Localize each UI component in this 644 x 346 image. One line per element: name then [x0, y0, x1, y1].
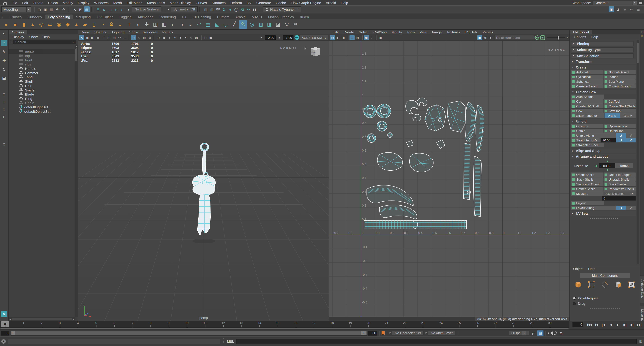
outliner-item-defaultlightset[interactable]: defaultLightSet	[9, 105, 75, 109]
fps-selector[interactable]: 30 fps▼	[508, 330, 529, 335]
gather-shells-button[interactable]: Gather Shells	[571, 187, 603, 191]
select-tool-icon[interactable]: ↖	[1, 31, 8, 38]
paint-effects-icon[interactable]: ✏	[246, 7, 251, 12]
undo-icon[interactable]: ↶	[55, 7, 60, 12]
value-field[interactable]: 30.00	[601, 138, 616, 142]
snap-to-projected-center-icon[interactable]: ◇	[113, 7, 119, 12]
chevron-down-icon[interactable]: ▼	[72, 41, 74, 43]
poly-prism-icon[interactable]: ▰	[81, 20, 90, 29]
go-to-end-button[interactable]: ▶▶|	[636, 321, 642, 328]
open-scene-icon[interactable]: ▣	[42, 7, 48, 12]
edge-mode-icon[interactable]	[601, 281, 608, 289]
poly-pyramid-icon[interactable]: ▴	[72, 20, 81, 29]
outliner-persp-layout-icon[interactable]: ◧	[1, 114, 8, 119]
boolean-intersect-icon[interactable]: ◒	[186, 20, 195, 29]
toolbar-overflow-icon[interactable]: »	[567, 36, 568, 39]
safe-title-icon[interactable]: ◡	[122, 35, 128, 40]
section-uv-sets[interactable]: ▶UV Sets	[570, 211, 636, 216]
viewport-menu-lighting[interactable]: Lighting	[110, 30, 127, 34]
toolbar-grip[interactable]	[163, 7, 165, 12]
toolbar-grip[interactable]	[92, 7, 94, 12]
outliner-item-skull[interactable]: Skull	[9, 79, 75, 84]
menu-help[interactable]: Help	[338, 1, 350, 5]
insert-edge-loop-icon[interactable]: ▥	[256, 20, 265, 29]
planar-button[interactable]: Planar	[604, 75, 636, 79]
shelf-tab-motion-graphics[interactable]: Motion Graphics	[265, 15, 297, 19]
script-editor-icon[interactable]: ▦	[638, 339, 643, 343]
outliner-search-input[interactable]: Search... ▼	[13, 40, 76, 44]
outliner-hscrollbar[interactable]: ◀▶	[9, 317, 75, 321]
render-sequence-icon[interactable]: ▧	[240, 7, 245, 12]
menu-windows[interactable]: Windows	[92, 1, 111, 5]
attribute-editor-tab[interactable]: Attribute Editor	[640, 275, 644, 304]
film-gate-icon[interactable]: ▭	[96, 35, 100, 40]
frame-ruler[interactable]: 0 01234567891011121314151617181920212223…	[0, 321, 570, 328]
chevron-down-icon[interactable]: ▼	[632, 1, 637, 5]
stitch-together-button[interactable]: Stitch Together	[571, 113, 604, 118]
audio-icon[interactable]	[548, 331, 552, 335]
go-to-start-button[interactable]: |◀◀	[586, 321, 593, 328]
uv-menu-uv-sets[interactable]: UV Sets	[462, 30, 480, 34]
dock-icon[interactable]: ▥	[640, 35, 644, 37]
image-dim-slider[interactable]	[547, 37, 564, 38]
contour-stretch-button[interactable]: Contour Stretch	[604, 84, 636, 89]
chevron-down-icon[interactable]: ▽	[389, 332, 391, 334]
chevron-down-icon[interactable]: ▽	[425, 332, 427, 334]
image-ratio-icon[interactable]: ▣	[540, 35, 545, 40]
film-origin-icon[interactable]: ◌	[137, 35, 142, 40]
help-icon[interactable]: ?	[1, 339, 6, 343]
step-forward-key-button[interactable]: ▶|	[622, 321, 628, 328]
scale-tool-icon[interactable]: ▣	[1, 75, 8, 81]
new-scene-icon[interactable]: ▢	[36, 7, 42, 12]
quad-draw-icon[interactable]: ✎	[239, 20, 247, 29]
step-back-key-button[interactable]: |◀	[600, 321, 607, 328]
shelf-tab-rendering[interactable]: Rendering	[156, 15, 179, 19]
menu-mesh-tools[interactable]: Mesh Tools	[145, 1, 167, 5]
toolbar-grip[interactable]	[259, 7, 261, 12]
auto-seams-button[interactable]: Auto-Seams	[571, 95, 604, 99]
camera-based-button[interactable]: Camera-Based	[571, 84, 603, 89]
u-option[interactable]: U	[616, 138, 626, 142]
scroll-right-icon[interactable]: ▶	[73, 318, 74, 320]
outliner-item-ring[interactable]: Ring	[9, 96, 75, 101]
best-plane-button[interactable]: Best Plane	[604, 79, 636, 84]
move-tool-icon[interactable]: ✚	[1, 57, 8, 64]
mel-label[interactable]: MEL	[227, 339, 234, 343]
sculpt-tool-icon[interactable]: ◖	[134, 20, 142, 29]
shadows-icon[interactable]: ◑	[178, 35, 183, 40]
chevron-down-icon[interactable]: ▼	[522, 331, 526, 335]
menu-mesh[interactable]: Mesh	[111, 1, 124, 5]
viewport-menu-view[interactable]: View	[80, 30, 92, 34]
play-backwards-button[interactable]: ◀	[607, 321, 614, 328]
outliner-item-tang[interactable]: Tang	[9, 75, 75, 79]
lasso-tool-icon[interactable]: ◌	[1, 40, 8, 46]
all-lights-icon[interactable]: ☀	[172, 35, 178, 40]
xray-icon[interactable]: ◻	[203, 35, 208, 40]
view-cube[interactable]: FRONT	[302, 44, 323, 60]
a-to-b-option[interactable]: A to B	[604, 113, 620, 118]
section-cut-and-sew[interactable]: ▼Cut and Sew	[570, 90, 636, 94]
radio-icon[interactable]	[573, 302, 576, 305]
resolution-gate-icon[interactable]: ▯	[101, 35, 106, 40]
uv-camera-icon[interactable]: ▣	[378, 35, 383, 40]
tool-settings-toggle-icon[interactable]: ≔	[629, 7, 634, 12]
outliner-tab[interactable]: Outliner	[9, 30, 27, 35]
radio-pick-marquee[interactable]: Pick/Marquee	[570, 296, 640, 300]
poly-torus-icon[interactable]: ◎	[37, 20, 46, 29]
spin-left-icon[interactable]: ◀	[595, 164, 597, 167]
uv-menu-modify[interactable]: Modify	[389, 30, 404, 34]
straighten-uvs-button[interactable]: Straighten UVs	[571, 138, 600, 142]
menu-edit[interactable]: Edit	[20, 1, 30, 5]
stack-and-orient-button[interactable]: Stack and Orient	[571, 182, 603, 186]
outliner-item-persp[interactable]: persp	[9, 49, 75, 54]
section-pinning[interactable]: ▶Pinning	[571, 41, 634, 46]
gamma-icon[interactable]: ◑	[276, 35, 282, 40]
modeling-toolkit-toggle-icon[interactable]: ▣	[608, 7, 614, 12]
spherical-button[interactable]: Spherical	[571, 79, 603, 84]
snap-to-point-icon[interactable]: ◡	[107, 7, 113, 12]
section-create[interactable]: ▼Create	[570, 65, 636, 70]
workspace-lock-icon[interactable]	[639, 2, 642, 5]
rgb-channels-icon[interactable]: RGB	[535, 35, 539, 40]
tile-grid-icon[interactable]: ⊞	[350, 35, 354, 40]
animation-preferences-icon[interactable]: ⚙	[558, 330, 564, 336]
